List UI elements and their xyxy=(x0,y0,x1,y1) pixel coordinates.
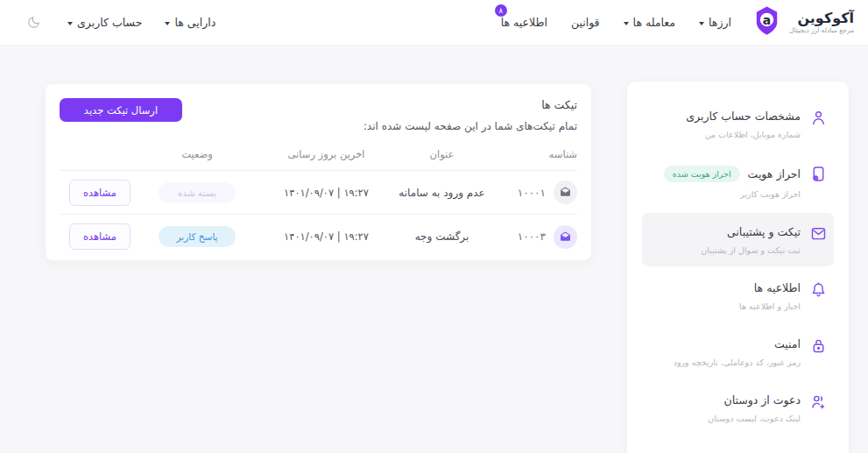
ticket-title: عدم ورود به سامانه xyxy=(399,187,485,199)
chevron-down-icon xyxy=(67,22,73,25)
chevron-down-icon xyxy=(624,22,629,25)
sidebar-item-title: مشخصات حساب کاربری xyxy=(686,110,801,123)
ticket-row: ۱۰۰۰۱ عدم ورود به سامانه ۱۴۰۱/۰۹/۰۷ | ۱۹… xyxy=(60,171,577,215)
column-header-status: وضعیت xyxy=(140,148,254,160)
mail-icon xyxy=(809,224,828,243)
tickets-panel: ارسال تیکت جدید تیکت ها تمام تیکت‌های شم… xyxy=(46,84,591,260)
nav-item-label: ارزها xyxy=(709,16,731,29)
top-navbar: آکوکوین مرجع مبادله ارز دیجیتال a ارزها … xyxy=(0,0,868,46)
sidebar-item-subtitle: ثبت تیکت و سوال از پشتیبان xyxy=(651,245,801,255)
brand-shield-icon: a xyxy=(751,4,783,40)
logo-subtitle: مرجع مبادله ارز دیجیتال xyxy=(789,26,854,34)
view-ticket-button[interactable]: مشاهده xyxy=(69,180,131,206)
logo-title: آکوکوین xyxy=(789,11,854,26)
ticket-updated: ۱۴۰۱/۰۹/۰۷ | ۱۹:۲۷ xyxy=(254,230,399,243)
theme-toggle-moon-icon[interactable] xyxy=(26,15,41,30)
user-icon xyxy=(809,109,828,127)
column-header-id: شناسه xyxy=(485,148,577,160)
sidebar-item-profile[interactable]: مشخصات حساب کاربری شماره موبایل، اطلاعات… xyxy=(642,97,834,151)
tickets-table-header: شناسه عنوان اخرین بروز رسانی وضعیت xyxy=(60,148,577,171)
lock-icon xyxy=(809,336,828,355)
sidebar-item-title: تیکت و پشتیبانی xyxy=(727,225,801,238)
status-badge: بسته شده xyxy=(159,182,236,203)
page: آکوکوین مرجع مبادله ارز دیجیتال a ارزها … xyxy=(0,0,868,453)
chevron-down-icon xyxy=(165,22,170,25)
sidebar-item-support[interactable]: تیکت و پشتیبانی ثبت تیکت و سوال از پشتیب… xyxy=(642,213,834,266)
nav-item-label: معامله ها xyxy=(633,16,675,29)
open-mail-icon xyxy=(554,225,577,249)
tickets-subtitle: تمام تیکت‌های شما در این صفحه لیست شده ا… xyxy=(60,120,577,132)
account-sidebar: مشخصات حساب کاربری شماره موبایل، اطلاعات… xyxy=(627,81,849,453)
status-badge: پاسخ کاربر xyxy=(159,226,236,247)
identity-icon xyxy=(809,165,828,183)
nav-item-trades[interactable]: معامله ها xyxy=(624,16,675,29)
nav-item-rules[interactable]: قوانین xyxy=(571,16,600,29)
sidebar-item-subtitle: احراز هویت کاربر xyxy=(651,189,801,199)
nav-item-label: دارایی ها xyxy=(174,16,215,29)
svg-text:a: a xyxy=(763,13,771,27)
column-header-updated: اخرین بروز رسانی xyxy=(254,148,399,160)
logo-text: آکوکوین مرجع مبادله ارز دیجیتال xyxy=(789,11,854,35)
sidebar-item-announcements[interactable]: اطلاعیه ها اخبار و اطلاعیه ها xyxy=(642,269,834,322)
sidebar-item-title: احراز هویت xyxy=(748,167,801,180)
sidebar-item-subtitle: رمز عبور، کد دوعاملی، تاریخچه ورود xyxy=(651,357,801,367)
sidebar-item-title: اطلاعیه ها xyxy=(754,281,801,294)
nav-item-announcements[interactable]: اطلاعیه ها ۸ xyxy=(501,16,547,29)
chevron-down-icon xyxy=(699,22,704,25)
nav-item-account[interactable]: حساب کاربری xyxy=(67,16,142,29)
nav-item-label: اطلاعیه ها xyxy=(501,16,547,29)
sidebar-item-title: دعوت از دوستان xyxy=(723,393,801,407)
sidebar-item-invite[interactable]: دعوت از دوستان لینک دعوت، لیست دوستان xyxy=(642,381,834,435)
main-content: مشخصات حساب کاربری شماره موبایل، اطلاعات… xyxy=(0,46,868,453)
sidebar-item-title: امنیت xyxy=(774,337,801,350)
ticket-updated: ۱۴۰۱/۰۹/۰۷ | ۱۹:۲۷ xyxy=(254,187,399,199)
open-mail-icon xyxy=(554,180,577,204)
sidebar-item-subtitle: لینک دعوت، لیست دوستان xyxy=(651,414,801,423)
nav-item-label: قوانین xyxy=(571,16,600,29)
column-header-title: عنوان xyxy=(399,148,485,160)
kyc-verified-badge: احراز هویت شده xyxy=(664,166,740,182)
sidebar-item-subtitle: شماره موبایل، اطلاعات من xyxy=(651,130,801,139)
view-ticket-button[interactable]: مشاهده xyxy=(69,223,131,250)
logo[interactable]: آکوکوین مرجع مبادله ارز دیجیتال a xyxy=(751,4,854,40)
ticket-title: برگشت وجه xyxy=(399,230,485,243)
bell-icon xyxy=(809,280,828,299)
sidebar-item-subtitle: اخبار و اطلاعیه ها xyxy=(651,301,801,311)
sidebar-item-security[interactable]: امنیت رمز عبور، کد دوعاملی، تاریخچه ورود xyxy=(642,325,834,379)
nav-user-section: دارایی ها حساب کاربری xyxy=(26,15,215,30)
nav-item-assets[interactable]: دارایی ها xyxy=(165,16,215,29)
new-ticket-button[interactable]: ارسال تیکت جدید xyxy=(60,98,182,122)
invite-friends-icon xyxy=(809,393,828,411)
ticket-row: ۱۰۰۰۳ برگشت وجه ۱۴۰۱/۰۹/۰۷ | ۱۹:۲۷ پاسخ … xyxy=(60,215,577,258)
nav-item-currencies[interactable]: ارزها xyxy=(699,16,731,29)
ticket-id: ۱۰۰۰۳ xyxy=(518,230,546,243)
notification-count-badge: ۸ xyxy=(495,4,507,17)
ticket-id: ۱۰۰۰۱ xyxy=(518,187,546,199)
main-nav: ارزها معامله ها قوانین اطلاعیه ها ۸ xyxy=(501,16,731,29)
nav-item-label: حساب کاربری xyxy=(77,16,142,29)
sidebar-item-kyc[interactable]: احراز هویت احراز هویت شده احراز هویت کار… xyxy=(642,153,834,210)
